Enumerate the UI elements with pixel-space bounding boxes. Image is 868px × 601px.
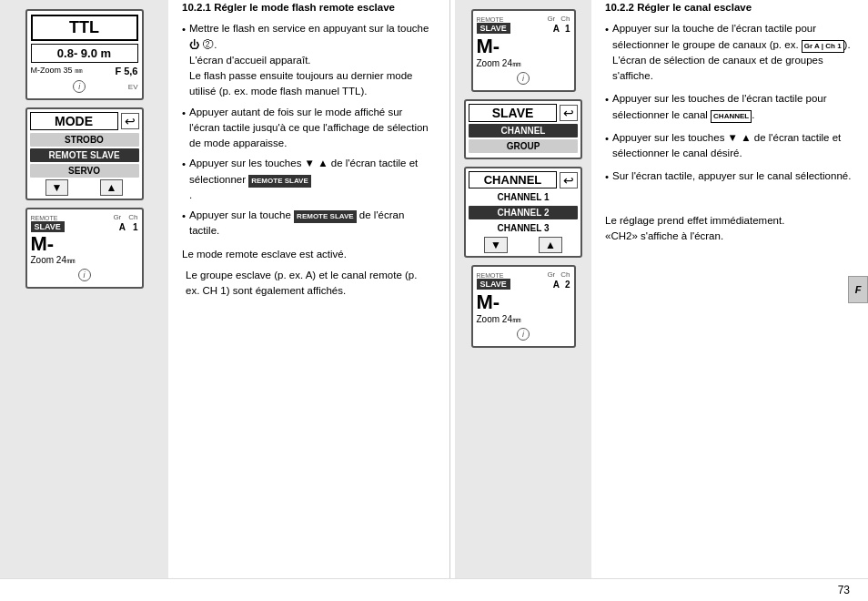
servo-item: SERVO [30,164,139,178]
back-arrow-channel: ↩ [560,172,578,188]
slave-menu-title: SLAVE [469,104,557,122]
up-arrow-btn: ▲ [100,179,124,196]
gr-val: A [119,222,126,232]
remote-slave-bottom-screen: REMOTE Gr Ch SLAVE A 1 M- Zoom 24㎜ i [25,208,144,289]
ch-down-btn: ▼ [484,237,508,253]
section-title-left: 10.2.1 Régler le mode flash remote escla… [182,0,431,15]
ch-val: 1 [133,222,138,232]
slave-menu-header: SLAVE ↩ [469,104,578,122]
right-bullet-2: • Appuyer sur les touches de l'écran tac… [605,91,854,123]
mode-header: MODE ↩ [30,112,139,130]
right-bullet-text-4: Sur l'écran tactile, appuyer sur le cana… [612,168,851,185]
slave-badge-2: SLAVE [477,23,510,34]
left-device-panel: TTL 0.8- 9.0 m M-Zoom 35 ㎜ F 5,6 i EV MO… [0,0,168,578]
right-bullet-text-1: Appuyer sur la touche de l'écran tactile… [612,21,854,84]
zoom-big: M- [31,234,138,254]
mode-title: MODE [30,112,118,130]
back-arrow-icon: ↩ [121,113,139,129]
zoom-big-3: M- [477,291,570,313]
ch-val-2: 1 [565,24,570,34]
right-bullet-4: • Sur l'écran tactile, appuyer sur le ca… [605,168,854,185]
slave-badge-3: SLAVE [477,279,510,290]
info-icon: i [73,80,86,93]
ch-label: Ch [128,213,137,221]
final-text: Le réglage prend effet immédiatement.«CH… [605,213,854,245]
range-display: 0.8- 9.0 m [31,44,138,63]
mid-left-content: 10.2.1 Régler le mode flash remote escla… [168,0,445,578]
f-tab: F [848,276,868,303]
gr-val-3: A [553,280,560,290]
ch-label-3: Ch [560,270,570,279]
bullet-2: • Appuyer autant de fois sur le mode aff… [182,105,431,152]
channel-menu-title: CHANNEL [469,171,557,188]
mode-activated-text: Le mode remote esclave est activé. [182,247,431,262]
gr-val-2: A [553,24,560,34]
zoom-sub-3: Zoom 24㎜ [477,313,570,326]
right-device-panel: REMOTE Gr Ch SLAVE A 1 M- Zoom 24㎜ i SLA… [455,0,591,578]
back-arrow-slave: ↩ [560,105,578,121]
channel-menu-item: CHANNEL [469,124,578,138]
remote-slave-item: REMOTE SLAVE [30,148,139,162]
gr-label-2: Gr [547,15,555,23]
gr-label: Gr [113,213,121,221]
ch3-item: CHANNEL 3 [469,221,578,235]
right-bullet-text-2: Appuyer sur les touches de l'écran tacti… [612,91,854,123]
ch-label-2: Ch [560,15,570,23]
slave-badge: SLAVE [31,221,65,232]
remote-top-row: REMOTE Gr Ch [31,213,138,221]
info-icon-4: i [517,328,530,341]
ch-nav-arrows: ▼ ▲ [469,237,578,253]
vertical-divider [449,0,450,578]
nav-arrows: ▼ ▲ [30,179,139,196]
zoom-big-2: M- [477,36,570,57]
ttl-label: TTL [31,15,138,41]
bullet-text-3: Appuyer sur les touches ▼ ▲ de l'écran t… [189,156,431,203]
bullet-text-5: Le groupe esclave (p. ex. A) et le canal… [186,268,431,300]
ch-val-3: 2 [565,280,570,290]
zoom-sub: Zoom 24㎜ [31,254,138,267]
ch1-item: CHANNEL 1 [469,190,578,204]
zoom-sub-2: Zoom 24㎜ [477,57,570,70]
gr-label-3: Gr [547,270,555,279]
remote-label: REMOTE [31,215,58,221]
ch2-item: CHANNEL 2 [469,206,578,219]
strobo-item: STROBO [30,133,139,147]
bullet-text-1: Mettre le flash en service en appuyant s… [189,21,431,99]
right-bullet-text-3: Appuyer sur les touches ▼ ▲ de l'écran t… [612,130,854,162]
bullet-5: Le groupe esclave (p. ex. A) et le canal… [182,268,431,300]
ttl-device-screen: TTL 0.8- 9.0 m M-Zoom 35 ㎜ F 5,6 i EV [25,9,144,100]
remote-top-device: REMOTE Gr Ch SLAVE A 1 M- Zoom 24㎜ i [471,9,576,92]
ch-up-btn: ▲ [539,237,562,253]
fstop-label: F 5,6 [115,66,137,76]
remote-bottom-row: REMOTE Gr Ch [477,270,570,279]
info-icon-2: i [78,269,91,281]
bullet-text-4: Appuyer sur la touche REMOTE SLAVE de l'… [189,208,431,239]
bullet-3: • Appuyer sur les touches ▼ ▲ de l'écran… [182,156,431,203]
info-icon-3: i [517,72,530,85]
zoom-label: M-Zoom 35 ㎜ [31,65,84,76]
slave-menu-screen: SLAVE ↩ CHANNEL GROUP [464,99,582,159]
ev-label: EV [128,83,138,91]
group-menu-item: GROUP [469,139,578,153]
right-bullet-3: • Appuyer sur les touches ▼ ▲ de l'écran… [605,130,854,162]
page-footer: 73 [0,578,868,601]
channel-menu-screen: CHANNEL ↩ CHANNEL 1 CHANNEL 2 CHANNEL 3 … [464,167,582,258]
page-number: 73 [838,584,850,596]
remote-label-2: REMOTE [477,16,504,23]
bullet-1: • Mettre le flash en service en appuyant… [182,21,431,99]
remote-top-row-2: REMOTE Gr Ch [477,15,570,23]
section-title-right: 10.2.2 Régler le canal esclave [605,0,854,15]
mid-right-content: 10.2.2 Régler le canal esclave • Appuyer… [591,0,868,578]
mode-device-screen: MODE ↩ STROBO REMOTE SLAVE SERVO ▼ ▲ [25,107,144,200]
remote-bottom-device: REMOTE Gr Ch SLAVE A 2 M- Zoom 24㎜ i [471,265,576,348]
channel-menu-header: CHANNEL ↩ [469,171,578,188]
down-arrow-btn: ▼ [45,179,69,196]
right-bullet-1: • Appuyer sur la touche de l'écran tacti… [605,21,854,84]
bullet-4: • Appuyer sur la touche REMOTE SLAVE de … [182,208,431,239]
screen-sub-row: M-Zoom 35 ㎜ F 5,6 [31,65,138,76]
bullet-text-2: Appuyer autant de fois sur le mode affic… [189,105,431,152]
remote-label-3: REMOTE [477,272,504,279]
